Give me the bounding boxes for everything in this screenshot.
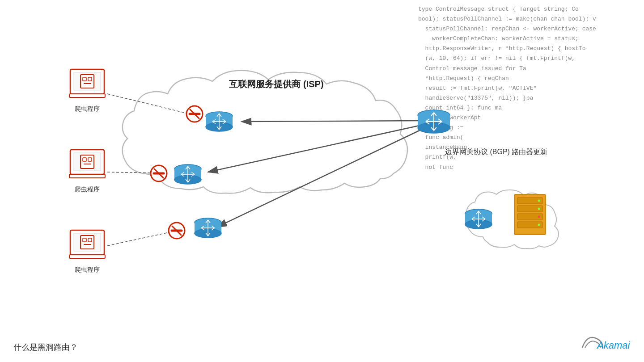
router-top-left <box>206 112 233 131</box>
svg-point-87 <box>538 200 540 202</box>
svg-line-2 <box>217 130 421 227</box>
svg-text:Akamai: Akamai <box>596 340 630 351</box>
crawler-bottom <box>69 230 105 258</box>
svg-rect-93 <box>80 75 94 88</box>
svg-rect-97 <box>69 94 105 97</box>
diagram-svg: 爬虫程序 爬虫程序 爬虫程序 互联网服务提供商 (ISP) 边界网关协议 (BG… <box>0 0 644 362</box>
svg-rect-94 <box>83 77 86 81</box>
router-bottom-left <box>195 218 221 238</box>
svg-rect-95 <box>88 77 92 81</box>
crawler-label-bottom: 爬虫程序 <box>75 266 100 273</box>
svg-rect-108 <box>83 238 86 242</box>
router-middle-left <box>174 164 201 184</box>
crawler-label-top: 爬虫程序 <box>75 105 100 112</box>
svg-line-6 <box>107 172 153 173</box>
crawler-middle <box>69 150 105 178</box>
crawler-label-middle: 爬虫程序 <box>75 185 100 193</box>
svg-line-1 <box>208 125 421 172</box>
bgp-label: 边界网关协议 (BGP) 路由器更新 <box>445 148 547 156</box>
svg-rect-102 <box>88 158 92 161</box>
svg-rect-111 <box>69 255 105 258</box>
no-entry-top <box>186 106 203 122</box>
svg-line-5 <box>107 94 188 114</box>
server-rack <box>514 194 546 235</box>
svg-point-90 <box>538 224 540 226</box>
svg-rect-107 <box>80 236 94 249</box>
akamai-logo: Akamai <box>582 337 630 351</box>
svg-rect-109 <box>88 238 92 242</box>
svg-point-88 <box>538 208 540 210</box>
no-entry-bottom <box>169 223 185 239</box>
isp-label: 互联网服务提供商 (ISP) <box>229 79 323 89</box>
bottom-question: 什么是黑洞路由？ <box>13 343 78 352</box>
router-right-main <box>418 110 450 133</box>
svg-line-7 <box>107 232 171 246</box>
router-bottom-right <box>465 209 492 229</box>
svg-rect-104 <box>69 174 105 178</box>
svg-point-89 <box>538 216 540 218</box>
no-entry-middle <box>151 165 167 181</box>
svg-rect-100 <box>80 155 94 168</box>
svg-rect-101 <box>83 158 86 161</box>
crawler-top <box>69 69 105 97</box>
svg-line-0 <box>242 121 421 122</box>
